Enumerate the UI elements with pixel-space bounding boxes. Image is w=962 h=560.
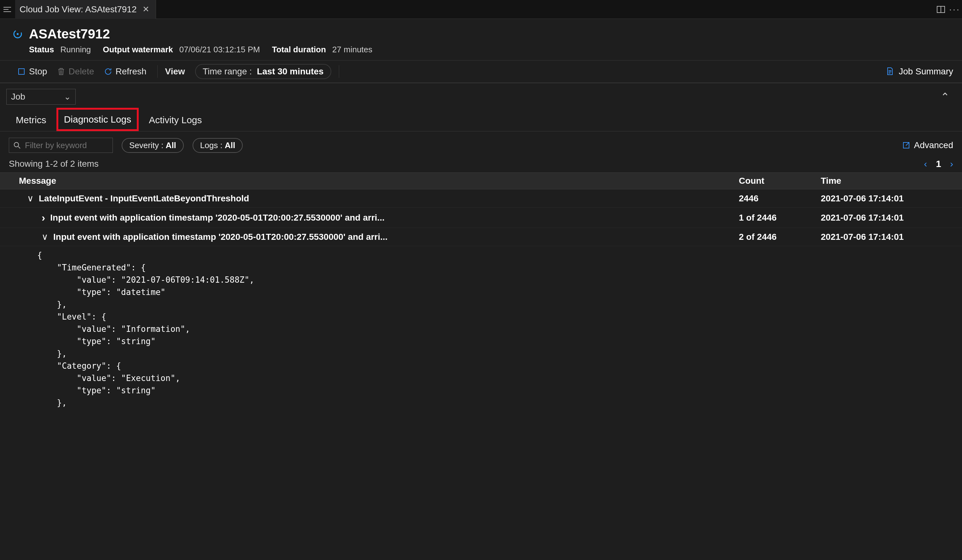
next-page[interactable]: › xyxy=(950,158,953,169)
result-info: Showing 1-2 of 2 items ‹ 1 › xyxy=(0,156,962,173)
time-range-value: Last 30 minutes xyxy=(257,66,324,77)
col-count: Count xyxy=(739,176,821,186)
app-root: Cloud Job View: ASAtest7912 ✕ ··· ASAtes… xyxy=(0,0,962,560)
trash-icon xyxy=(57,67,66,76)
search-icon xyxy=(14,142,21,149)
time-range-pill[interactable]: Time range : Last 30 minutes xyxy=(195,64,331,79)
page-number: 1 xyxy=(936,158,941,169)
job-summary-link[interactable]: Job Summary xyxy=(899,66,953,77)
more-icon[interactable]: ··· xyxy=(951,5,959,13)
editor-tabbar: Cloud Job View: ASAtest7912 ✕ ··· xyxy=(0,0,962,19)
refresh-icon xyxy=(104,67,113,76)
row-count: 1 of 2446 xyxy=(739,213,821,223)
tab-metrics[interactable]: Metrics xyxy=(9,109,53,131)
row-count: 2446 xyxy=(739,194,821,203)
filter-input[interactable] xyxy=(24,140,108,151)
log-tabs: Metrics Diagnostic Logs Activity Logs xyxy=(0,105,962,131)
table-header: Message Count Time xyxy=(0,173,962,189)
tab-diagnostic-logs[interactable]: Diagnostic Logs xyxy=(56,108,139,131)
row-message: Input event with application timestamp '… xyxy=(50,213,384,223)
table-row[interactable]: Input event with application timestamp '… xyxy=(0,208,962,228)
showing-text: Showing 1-2 of 2 items xyxy=(9,159,98,169)
align-icon[interactable] xyxy=(3,5,11,13)
row-time: 2021-07-06 17:14:01 xyxy=(821,194,953,203)
row-time: 2021-07-06 17:14:01 xyxy=(821,213,953,223)
svg-rect-7 xyxy=(19,69,24,74)
stop-icon xyxy=(17,67,26,76)
pager: ‹ 1 › xyxy=(924,158,953,169)
tab-activity-logs[interactable]: Activity Logs xyxy=(142,109,209,131)
chevron-right-icon[interactable] xyxy=(42,211,45,224)
editor-tab[interactable]: Cloud Job View: ASAtest7912 ✕ xyxy=(15,0,156,19)
duration-value: 27 minutes xyxy=(332,45,372,55)
prev-page[interactable]: ‹ xyxy=(924,158,927,169)
logs-value: All xyxy=(225,140,235,150)
job-header: ASAtest7912 Status Running Output waterm… xyxy=(0,19,962,61)
svg-point-13 xyxy=(14,142,19,147)
stream-analytics-icon xyxy=(12,28,23,40)
toolbar: Stop Delete Refresh View Time range : xyxy=(0,61,962,83)
chevron-down-icon[interactable] xyxy=(27,193,34,203)
summary-icon xyxy=(885,67,895,76)
logs-pill[interactable]: Logs : All xyxy=(192,138,243,153)
refresh-label: Refresh xyxy=(116,66,147,77)
external-icon xyxy=(902,142,910,149)
advanced-label: Advanced xyxy=(914,140,953,150)
watermark-value: 07/06/21 03:12:15 PM xyxy=(179,45,260,55)
logs-label: Logs : xyxy=(200,140,223,150)
row-time: 2021-07-06 17:14:01 xyxy=(821,232,953,242)
col-time: Time xyxy=(821,176,953,186)
filter-row: Severity : All Logs : All Advanced xyxy=(0,131,962,156)
toolbar-separator xyxy=(157,65,158,78)
watermark-label: Output watermark xyxy=(103,45,173,55)
scope-value: Job xyxy=(11,92,25,102)
job-title: ASAtest7912 xyxy=(29,26,110,42)
filter-search[interactable] xyxy=(9,138,113,153)
close-icon[interactable]: ✕ xyxy=(140,4,151,15)
row-count: 2 of 2446 xyxy=(739,232,821,242)
scope-bar: Job ⌄ ⌃ xyxy=(0,83,962,105)
row-message: LateInputEvent - InputEventLateBeyondThr… xyxy=(39,194,249,203)
duration-label: Total duration xyxy=(272,45,326,55)
severity-pill[interactable]: Severity : All xyxy=(122,138,184,153)
advanced-link[interactable]: Advanced xyxy=(902,140,953,150)
stop-label: Stop xyxy=(29,66,47,77)
chevron-down-icon: ⌄ xyxy=(64,92,71,102)
view-label[interactable]: View xyxy=(165,66,185,77)
refresh-button[interactable]: Refresh xyxy=(100,65,150,78)
row-message: Input event with application timestamp '… xyxy=(53,232,388,242)
scope-select[interactable]: Job ⌄ xyxy=(6,89,76,105)
table-row[interactable]: LateInputEvent - InputEventLateBeyondThr… xyxy=(0,189,962,208)
svg-point-6 xyxy=(17,33,19,35)
status-label: Status xyxy=(29,45,54,55)
col-message: Message xyxy=(9,176,739,186)
delete-label: Delete xyxy=(69,66,94,77)
table-row[interactable]: Input event with application timestamp '… xyxy=(0,228,962,246)
svg-line-16 xyxy=(906,142,909,145)
svg-line-14 xyxy=(18,147,20,148)
split-editor-icon[interactable] xyxy=(937,5,945,13)
chevron-down-icon[interactable] xyxy=(42,232,48,242)
time-range-label: Time range : xyxy=(203,66,252,77)
delete-button: Delete xyxy=(53,65,97,78)
severity-label: Severity : xyxy=(129,140,163,150)
editor-tab-title: Cloud Job View: ASAtest7912 xyxy=(19,5,137,15)
status-value: Running xyxy=(60,45,91,55)
stop-button[interactable]: Stop xyxy=(14,65,50,78)
severity-value: All xyxy=(166,140,176,150)
collapse-panel-icon[interactable]: ⌃ xyxy=(934,90,956,103)
row-detail-json: { "TimeGenerated": { "value": "2021-07-0… xyxy=(0,246,962,409)
